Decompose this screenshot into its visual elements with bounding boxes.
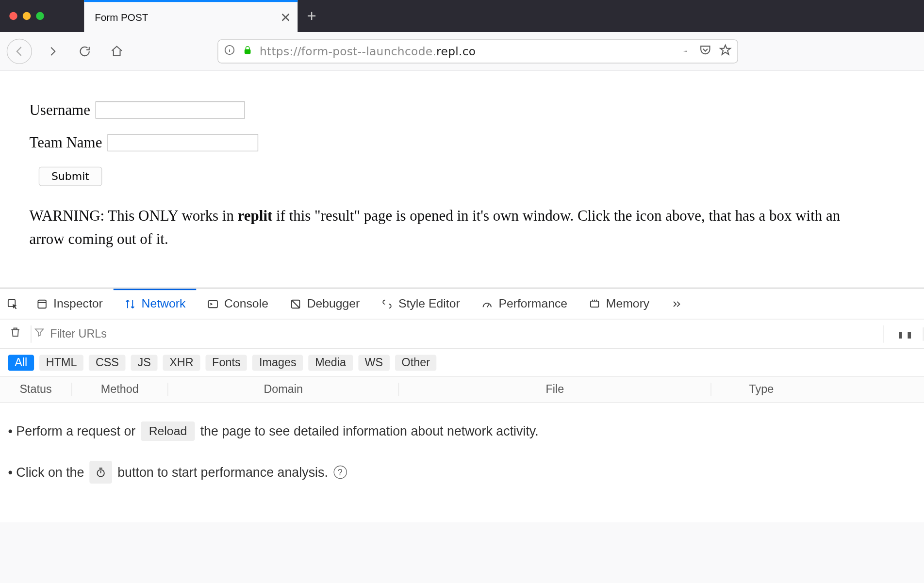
warning-text: WARNING: This ONLY works in replit if th… [30, 205, 864, 251]
tab-title: Form POST [95, 11, 274, 22]
pause-recording-icon[interactable]: ▮▮ [897, 327, 923, 340]
minimize-window-button[interactable] [23, 12, 31, 20]
bookmark-star-icon[interactable] [719, 43, 732, 59]
tab-debugger[interactable]: Debugger [279, 289, 370, 319]
address-bar[interactable]: https://form-post--launchcode.repl.co [217, 39, 738, 63]
svg-rect-17 [38, 300, 46, 308]
svg-point-5 [685, 50, 685, 51]
svg-point-6 [686, 50, 687, 51]
window-controls [0, 12, 44, 20]
reload-page-button[interactable]: Reload [141, 421, 195, 441]
pill-media[interactable]: Media [309, 355, 353, 371]
pill-other[interactable]: Other [395, 355, 437, 371]
pill-xhr[interactable]: XHR [163, 355, 200, 371]
empty-state: • Perform a request or Reload the page t… [0, 403, 924, 522]
username-input[interactable] [96, 102, 245, 119]
page-actions-icon[interactable] [678, 45, 692, 57]
site-info-icon[interactable] [224, 44, 236, 58]
devtools-panel: Inspector Network Console Debugger Style… [0, 288, 924, 522]
lock-icon [242, 44, 253, 58]
network-toolbar: ▮▮ Persist Logs Disable cache No throttl… [0, 320, 924, 349]
help-icon[interactable]: ? [333, 466, 347, 479]
close-window-button[interactable] [9, 12, 17, 20]
teamname-label: Team Name [30, 131, 102, 155]
col-status[interactable]: Status [0, 383, 72, 396]
tab-network[interactable]: Network [114, 289, 197, 319]
submit-button[interactable]: Submit [39, 166, 102, 186]
pill-css[interactable]: CSS [89, 355, 126, 371]
tab-inspector[interactable]: Inspector [25, 289, 114, 319]
pill-fonts[interactable]: Fonts [205, 355, 247, 371]
clear-requests-icon[interactable] [0, 326, 31, 341]
reload-button[interactable] [73, 40, 96, 63]
tabs-overflow-icon[interactable] [660, 289, 693, 319]
pill-ws[interactable]: WS [358, 355, 390, 371]
navigation-toolbar: https://form-post--launchcode.repl.co 0 [0, 32, 924, 71]
pocket-icon[interactable] [699, 43, 712, 59]
tab-style-editor[interactable]: Style Editor [370, 289, 470, 319]
col-method[interactable]: Method [72, 383, 168, 396]
pick-element-button[interactable] [0, 289, 25, 319]
svg-point-4 [684, 50, 684, 51]
pill-images[interactable]: Images [252, 355, 303, 371]
teamname-row: Team Name [30, 131, 924, 155]
username-row: Username [30, 99, 924, 122]
tabstrip-remainder [326, 0, 924, 32]
tab-console[interactable]: Console [196, 289, 279, 319]
teamname-input[interactable] [107, 134, 258, 152]
svg-rect-3 [245, 49, 250, 53]
pill-html[interactable]: HTML [39, 355, 83, 371]
back-button[interactable] [7, 38, 32, 64]
svg-line-21 [292, 300, 300, 308]
close-tab-icon[interactable] [280, 12, 291, 22]
warning-head: WARNING [30, 207, 100, 224]
pill-all[interactable]: All [8, 355, 34, 371]
request-table-header: Status Method Domain File Type [0, 377, 924, 402]
col-file[interactable]: File [399, 383, 711, 396]
tab-strip: Form POST + [0, 0, 924, 32]
filter-box [32, 327, 453, 341]
svg-line-22 [487, 304, 489, 307]
devtools-tabbar: Inspector Network Console Debugger Style… [0, 289, 924, 319]
col-type[interactable]: Type [711, 383, 811, 396]
maximize-window-button[interactable] [36, 12, 44, 20]
page-content: Username Team Name Submit WARNING: This … [0, 71, 924, 288]
stopwatch-icon[interactable] [89, 461, 112, 484]
browser-tab[interactable]: Form POST [84, 0, 297, 32]
url-text: https://form-post--launchcode.repl.co [260, 44, 476, 58]
tab-performance[interactable]: Performance [471, 289, 578, 319]
tab-memory[interactable]: Memory [578, 289, 660, 319]
filter-pills: All HTML CSS JS XHR Fonts Images Media W… [0, 349, 924, 377]
col-domain[interactable]: Domain [168, 383, 399, 396]
username-label: Username [30, 99, 90, 122]
svg-rect-19 [208, 300, 217, 307]
pill-js[interactable]: JS [131, 355, 158, 371]
filter-funnel-icon [34, 327, 45, 341]
forward-button[interactable] [41, 40, 64, 63]
home-button[interactable] [105, 40, 128, 63]
filter-input[interactable] [50, 327, 450, 340]
svg-rect-23 [591, 301, 599, 307]
